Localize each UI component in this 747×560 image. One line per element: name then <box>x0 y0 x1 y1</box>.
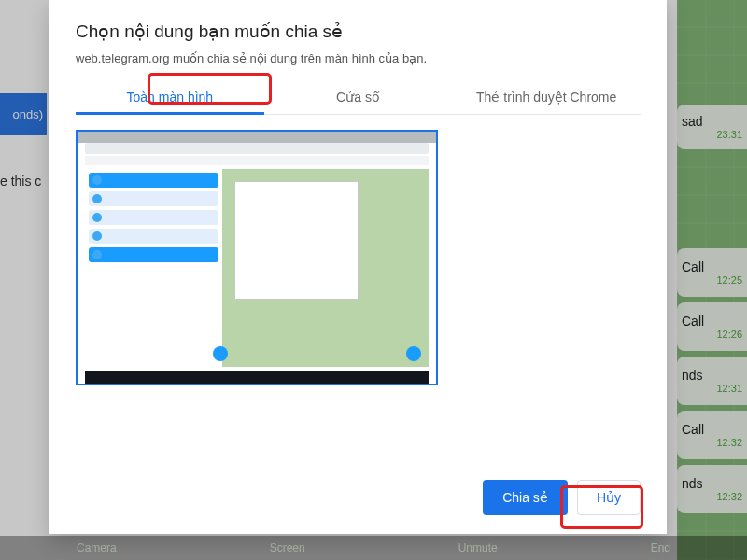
mini-nested-window <box>234 181 358 300</box>
cancel-button[interactable]: Hủy <box>577 480 641 515</box>
mini-row <box>89 173 218 188</box>
mini-browser-tabbar <box>85 143 429 154</box>
mini-fab-icon <box>406 346 421 361</box>
mini-row <box>89 229 218 244</box>
screen-share-dialog: Chọn nội dung bạn muốn chia sẻ web.teleg… <box>49 0 667 534</box>
tab-fullscreen-label: Toàn màn hình <box>127 90 214 105</box>
mini-row <box>89 247 218 262</box>
mini-row <box>89 210 218 225</box>
dialog-footer: Chia sẻ Hủy <box>76 469 641 515</box>
dialog-title: Chọn nội dung bạn muốn chia sẻ <box>76 21 641 42</box>
screen-preview-thumb[interactable] <box>76 130 438 385</box>
mini-sidebar <box>85 169 222 367</box>
mini-body <box>85 169 429 367</box>
mini-row <box>89 191 218 206</box>
tab-window-label: Cửa sổ <box>336 90 380 105</box>
tab-chrome-label: Thẻ trình duyệt Chrome <box>476 90 616 105</box>
share-tabs: Toàn màn hình Cửa sổ Thẻ trình duyệt Chr… <box>76 80 641 115</box>
tab-window[interactable]: Cửa sổ <box>264 80 453 114</box>
preview-area <box>76 115 641 469</box>
tab-chrome[interactable]: Thẻ trình duyệt Chrome <box>452 80 641 114</box>
share-button[interactable]: Chia sẻ <box>483 480 568 515</box>
tab-fullscreen[interactable]: Toàn màn hình <box>76 80 264 114</box>
mini-fab-icon <box>213 346 228 361</box>
cancel-button-label: Hủy <box>597 490 621 505</box>
mini-taskbar <box>85 371 429 384</box>
dialog-subtitle: web.telegram.org muốn chia sẻ nội dung t… <box>76 51 641 65</box>
mini-browser-urlbar <box>85 156 429 165</box>
mini-main <box>222 169 429 367</box>
share-button-label: Chia sẻ <box>502 490 548 505</box>
